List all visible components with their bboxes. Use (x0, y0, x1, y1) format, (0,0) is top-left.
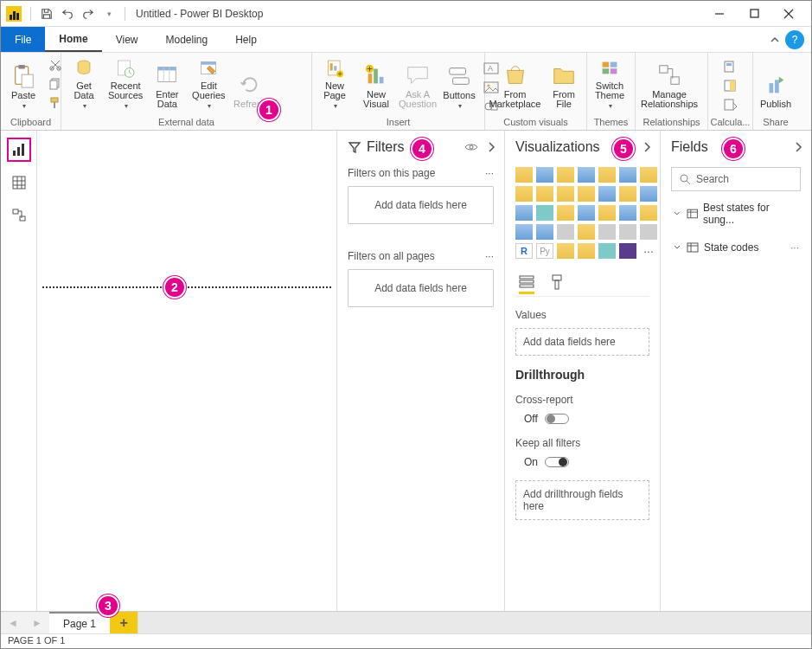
collapse-ribbon-icon[interactable] (766, 27, 783, 52)
viz-scatter-icon[interactable] (640, 186, 657, 202)
cross-report-toggle[interactable] (545, 414, 569, 424)
new-page-button[interactable]: New Page▾ (316, 56, 354, 112)
tab-help[interactable]: Help (221, 27, 271, 52)
tab-file[interactable]: File (1, 27, 45, 52)
tab-home[interactable]: Home (45, 27, 101, 52)
publish-button[interactable]: Publish (757, 56, 795, 112)
viz-kpi-icon[interactable] (578, 224, 595, 240)
viz-treemap-icon[interactable] (557, 205, 574, 221)
fields-row-more-icon[interactable]: ··· (790, 241, 799, 254)
viz-stacked-column-icon[interactable] (536, 167, 553, 183)
viz-values-dropzone[interactable]: Add data fields here (515, 328, 649, 356)
fields-table-state-codes[interactable]: State codes ··· (671, 236, 801, 259)
viz-arcgis-icon[interactable] (619, 243, 636, 259)
svg-rect-8 (50, 80, 57, 89)
svg-rect-52 (13, 177, 25, 189)
ask-question-button[interactable]: Ask A Question (399, 56, 437, 112)
ribbon-group-calculations: Calcula... (708, 53, 753, 130)
keep-filters-toggle[interactable] (545, 457, 569, 467)
viz-clustered-column-icon[interactable] (578, 167, 595, 183)
manage-relationships-button[interactable]: Manage Relationships (639, 56, 700, 112)
fields-collapse-icon[interactable] (794, 141, 802, 153)
new-measure-icon[interactable] (721, 58, 740, 75)
svg-point-65 (681, 175, 687, 182)
qat-dropdown-icon[interactable]: ▾ (100, 5, 118, 22)
viz-table-icon[interactable] (619, 224, 636, 240)
page-next-button[interactable]: ► (25, 612, 49, 633)
viz-gauge-icon[interactable] (640, 205, 657, 221)
minimize-button[interactable] (702, 2, 737, 26)
viz-line-stacked-icon[interactable] (557, 186, 574, 202)
viz-multi-card-icon[interactable] (557, 224, 574, 240)
report-view-icon[interactable] (7, 138, 31, 162)
redo-icon[interactable] (80, 5, 97, 22)
fields-table-best-states[interactable]: Best states for sung... (671, 196, 801, 231)
report-canvas[interactable] (37, 131, 337, 611)
viz-line-clustered-icon[interactable] (578, 186, 595, 202)
viz-shape-map-icon[interactable] (619, 205, 636, 221)
viz-area-icon[interactable] (515, 186, 533, 202)
filter-icon (348, 140, 361, 154)
viz-100-column-icon[interactable] (619, 167, 636, 183)
svg-rect-58 (20, 216, 25, 221)
drillthrough-dropzone[interactable]: Add drillthrough fields here (515, 480, 649, 520)
page-prev-button[interactable]: ◄ (1, 612, 25, 633)
filters-on-page-more-icon[interactable]: ··· (485, 167, 494, 179)
viz-ribbon-icon[interactable] (598, 186, 616, 202)
recent-sources-button[interactable]: Recent Sources▾ (106, 56, 144, 112)
viz-qna-icon[interactable] (598, 243, 616, 259)
viz-pie-icon[interactable] (515, 205, 533, 221)
maximize-button[interactable] (737, 2, 771, 26)
tab-view[interactable]: View (102, 27, 152, 52)
enter-data-button[interactable]: Enter Data (148, 56, 186, 112)
buttons-button[interactable]: Buttons▾ (440, 56, 478, 112)
viz-fields-tab[interactable] (519, 274, 534, 294)
fields-search-input[interactable]: Search (671, 167, 801, 191)
paste-button[interactable]: Paste▾ (4, 56, 42, 112)
new-column-icon[interactable] (721, 77, 740, 94)
viz-filled-map-icon[interactable] (598, 205, 616, 221)
viz-format-tab[interactable] (550, 274, 564, 294)
viz-stacked-bar-icon[interactable] (515, 167, 533, 183)
close-button[interactable] (771, 2, 806, 26)
svg-rect-50 (17, 147, 20, 156)
viz-decomposition-icon[interactable] (578, 243, 595, 259)
viz-slicer-icon[interactable] (598, 224, 616, 240)
model-view-icon[interactable] (7, 203, 31, 228)
viz-funnel-icon[interactable] (515, 224, 533, 240)
viz-key-influencers-icon[interactable] (557, 243, 574, 259)
filters-on-all-more-icon[interactable]: ··· (485, 250, 494, 262)
filters-visibility-icon[interactable] (464, 142, 478, 152)
filters-page-dropzone[interactable]: Add data fields here (348, 186, 494, 224)
viz-python-icon[interactable]: Py (536, 243, 553, 259)
viz-stacked-area-icon[interactable] (536, 186, 553, 202)
viz-100-bar-icon[interactable] (598, 167, 616, 183)
from-marketplace-button[interactable]: From Marketplace (489, 56, 541, 112)
visualizations-collapse-icon[interactable] (643, 141, 651, 153)
get-data-button[interactable]: Get Data▾ (65, 56, 103, 112)
switch-theme-button[interactable]: Switch Theme▾ (591, 56, 629, 112)
viz-more-icon[interactable]: ··· (640, 243, 657, 259)
viz-line-icon[interactable] (640, 167, 657, 183)
viz-waterfall-icon[interactable] (619, 186, 636, 202)
from-file-button[interactable]: From File (545, 56, 583, 112)
tab-modeling[interactable]: Modeling (151, 27, 221, 52)
filters-all-dropzone[interactable]: Add data fields here (348, 269, 494, 307)
viz-clustered-bar-icon[interactable] (557, 167, 574, 183)
new-quick-measure-icon[interactable] (721, 96, 740, 113)
save-icon[interactable] (38, 5, 55, 22)
filters-collapse-icon[interactable] (487, 141, 496, 153)
viz-map-icon[interactable] (578, 205, 595, 221)
page-tab-1[interactable]: Page 1 (49, 612, 110, 633)
filters-on-page-label: Filters on this page (348, 167, 435, 179)
viz-card-icon[interactable] (536, 224, 553, 240)
undo-icon[interactable] (59, 5, 76, 22)
new-visual-button[interactable]: New Visual (357, 56, 395, 112)
view-switcher (1, 131, 37, 611)
viz-matrix-icon[interactable] (640, 224, 657, 240)
data-view-icon[interactable] (7, 170, 31, 195)
edit-queries-button[interactable]: Edit Queries▾ (189, 56, 227, 112)
viz-r-icon[interactable]: R (515, 243, 533, 259)
help-icon[interactable]: ? (785, 30, 804, 49)
viz-donut-icon[interactable] (536, 205, 553, 221)
